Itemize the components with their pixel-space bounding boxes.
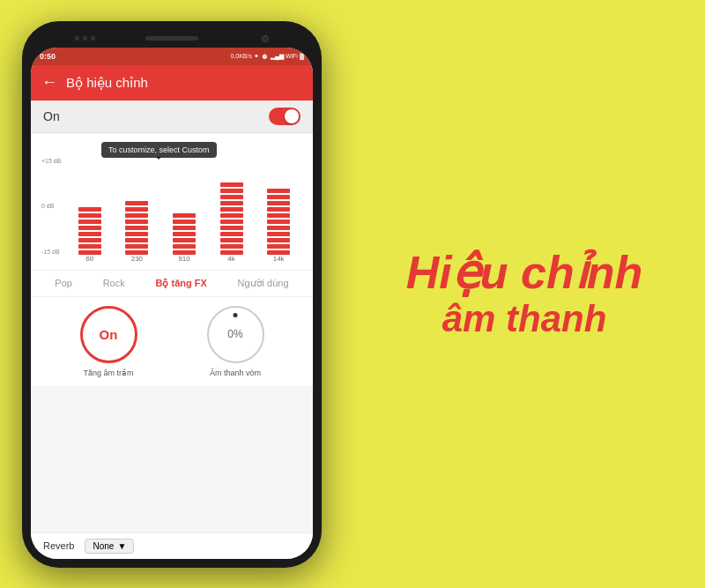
eq-bar-230 <box>124 158 149 255</box>
surround-caption: Âm thanh vòm <box>210 368 261 377</box>
eq-freq-labels: 60 230 910 4k 14k <box>41 255 302 266</box>
eq-bar-60-seg <box>78 207 102 255</box>
hero-line2: âm thanh <box>442 298 607 340</box>
top-bezel <box>31 30 313 48</box>
sensor-3 <box>91 36 95 41</box>
eq-bar-230-seg <box>124 201 149 255</box>
eq-bar-4k <box>219 158 244 255</box>
phone-container: 0:50 0,0KB/s ✦ ⏰ ▂▄▆ WiFi ▓ ← Bộ hiệu ch… <box>0 0 344 588</box>
sensor-1 <box>75 36 79 41</box>
freq-230: 230 <box>124 255 149 263</box>
tab-bo-tang-fx[interactable]: Bộ tăng FX <box>152 276 210 291</box>
controls-row: On Tăng âm trầm 0% Âm thanh vòm <box>31 296 313 386</box>
freq-4k: 4k <box>219 255 244 263</box>
eq-container: To customize, select Custom +15 dB 0 dB … <box>31 133 313 270</box>
status-time: 0:50 <box>40 52 56 61</box>
bass-control: On Tăng âm trầm <box>80 306 137 377</box>
screen: 0:50 0,0KB/s ✦ ⏰ ▂▄▆ WiFi ▓ ← Bộ hiệu ch… <box>31 48 313 559</box>
eq-bar-14k-seg <box>266 189 291 255</box>
bass-knob-label: On <box>100 327 118 342</box>
status-bar: 0:50 0,0KB/s ✦ ⏰ ▂▄▆ WiFi ▓ <box>31 48 313 65</box>
toggle-row: On <box>31 100 313 133</box>
status-signal: ▂▄▆ <box>271 53 284 60</box>
eq-bar-910 <box>172 158 197 255</box>
back-button[interactable]: ← <box>41 73 57 92</box>
eq-label-top: +15 dB <box>41 158 61 164</box>
status-battery: ▓ <box>300 53 304 59</box>
reverb-label: Reverb <box>43 540 74 551</box>
surround-knob[interactable]: 0% <box>207 306 264 363</box>
status-network: 0,0KB/s <box>230 53 252 59</box>
freq-14k: 14k <box>266 255 291 263</box>
app-bar: ← Bộ hiệu chỉnh <box>31 65 313 100</box>
tab-rock[interactable]: Rock <box>100 276 129 291</box>
status-icons: 0,0KB/s ✦ ⏰ ▂▄▆ WiFi ▓ <box>230 53 304 60</box>
eq-bar-14k <box>266 158 291 255</box>
reverb-value: None <box>93 541 114 551</box>
sensors <box>75 36 95 41</box>
reverb-dropdown[interactable]: None ▼ <box>85 539 134 554</box>
bass-caption: Tăng âm trầm <box>83 368 133 377</box>
preset-tabs: Pop Rock Bộ tăng FX Người dùng <box>31 270 313 296</box>
status-bluetooth: ✦ <box>254 53 259 60</box>
surround-knob-label: 0% <box>227 328 242 340</box>
eq-bar-4k-seg <box>219 182 244 255</box>
toggle-label: On <box>43 109 60 123</box>
freq-910: 910 <box>172 255 197 263</box>
eq-y-labels: +15 dB 0 dB -15 dB <box>41 140 61 255</box>
chevron-down-icon: ▼ <box>117 541 126 551</box>
reverb-row: Reverb None ▼ <box>31 532 313 559</box>
status-alarm: ⏰ <box>261 53 269 60</box>
front-camera <box>262 35 269 42</box>
speaker-grille <box>145 36 198 41</box>
hero-text-area: Hiệu chỉnh âm thanh <box>344 230 705 358</box>
eq-bar-60 <box>78 158 102 255</box>
eq-label-mid: 0 dB <box>41 203 61 209</box>
freq-60: 60 <box>78 255 102 263</box>
knob-dot <box>234 313 238 317</box>
app-title: Bộ hiệu chỉnh <box>66 75 148 91</box>
status-wifi: WiFi <box>286 53 298 59</box>
hero-line1: Hiệu chỉnh <box>406 248 642 298</box>
toggle-switch[interactable] <box>269 108 301 125</box>
tab-pop[interactable]: Pop <box>51 276 76 291</box>
sensor-2 <box>83 36 87 41</box>
surround-control: 0% Âm thanh vòm <box>207 306 264 377</box>
eq-bar-910-seg <box>172 213 197 255</box>
tab-nguoi-dung[interactable]: Người dùng <box>234 276 293 291</box>
eq-label-bot: -15 dB <box>41 249 61 255</box>
eq-tooltip: To customize, select Custom <box>101 142 217 158</box>
bass-knob[interactable]: On <box>80 306 137 363</box>
eq-bars <box>41 158 302 255</box>
phone-device: 0:50 0,0KB/s ✦ ⏰ ▂▄▆ WiFi ▓ ← Bộ hiệu ch… <box>22 21 322 568</box>
